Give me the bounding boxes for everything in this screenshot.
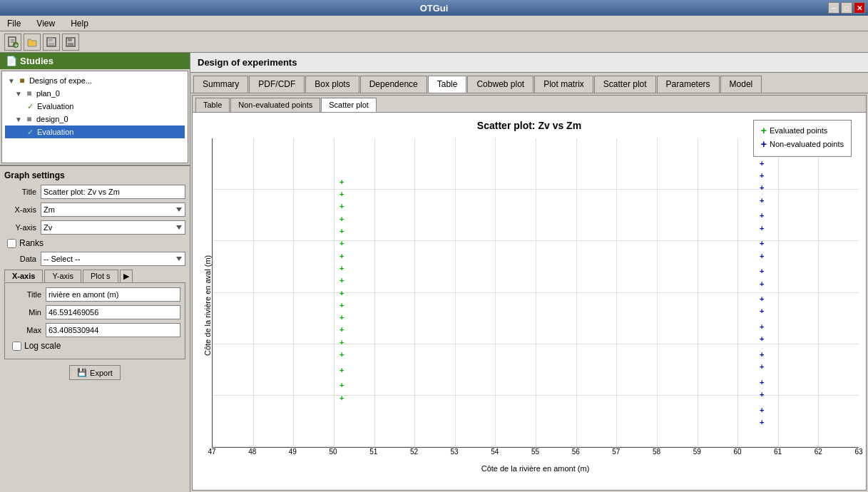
- scatter-point: +: [339, 381, 344, 389]
- ranks-checkbox[interactable]: [7, 239, 16, 248]
- studies-icon: 📄: [6, 56, 17, 66]
- data-label: Data: [4, 255, 36, 263]
- svg-rect-7: [48, 43, 54, 46]
- sub-tab-scatter[interactable]: Scatter plot: [321, 98, 377, 112]
- scatter-point: +: [760, 295, 764, 303]
- new-button[interactable]: +: [4, 34, 21, 51]
- gridline-v-7: [495, 138, 496, 447]
- scatter-point: +: [339, 277, 344, 285]
- yaxis-select[interactable]: Zv: [41, 220, 185, 235]
- minimize-button[interactable]: –: [828, 2, 839, 14]
- sub-tab-table[interactable]: Table: [195, 98, 230, 112]
- field-min-input[interactable]: [46, 305, 180, 319]
- scatter-point: +: [339, 252, 344, 260]
- tree-item-designs[interactable]: ▼ ■ Designs of expe...: [5, 74, 185, 87]
- open-button[interactable]: [24, 34, 41, 51]
- scatter-point: +: [760, 267, 764, 275]
- y-axis-label: Côte de la rivière en aval (m): [200, 138, 212, 473]
- sidebar: 📄 Studies ▼ ■ Designs of expe... ▼ ■ pla…: [0, 53, 190, 492]
- tab-pdfcdf[interactable]: PDF/CDF: [249, 76, 305, 93]
- eval-icon-0: ✓: [25, 101, 35, 111]
- scatter-point: +: [760, 224, 764, 232]
- xtick-47: 47: [208, 448, 215, 456]
- tab-table[interactable]: Table: [428, 76, 467, 93]
- scatter-point: +: [760, 307, 764, 315]
- yaxis-row: Y-axis Zv: [4, 220, 185, 235]
- save-as-button[interactable]: [43, 34, 60, 51]
- tab-scatterplot[interactable]: Scatter plot: [594, 76, 656, 93]
- eval-icon-1: ✓: [25, 127, 35, 137]
- scatter-point: +: [339, 240, 344, 247]
- menu-view[interactable]: View: [32, 18, 59, 29]
- svg-text:+: +: [14, 42, 18, 48]
- tree-item-eval0[interactable]: ✓ Evaluation: [5, 100, 185, 113]
- chart-container: Côte de la rivière en aval (m) 44 46 48 …: [200, 138, 859, 473]
- chart-inner: 44 46 48 50 52 54 56: [212, 138, 859, 473]
- legend-non-evaluated-label: Non-evaluated points: [770, 140, 844, 148]
- subtab-yaxis[interactable]: Y-axis: [44, 270, 81, 282]
- tab-dependence[interactable]: Dependence: [360, 76, 427, 93]
- tree-item-plan0[interactable]: ▼ ■ plan_0: [5, 87, 185, 100]
- tab-summary[interactable]: Summary: [193, 76, 248, 93]
- tab-model[interactable]: Model: [720, 76, 762, 93]
- gridline-v-11: [657, 138, 658, 447]
- gridline-v-2: [293, 138, 294, 447]
- log-scale-checkbox[interactable]: [12, 342, 21, 351]
- field-title-input[interactable]: [46, 287, 180, 302]
- x-axis-label: Côte de la rivière en amont (m): [212, 464, 859, 473]
- gridline-v-5: [414, 138, 415, 447]
- sidebar-header: 📄 Studies: [0, 53, 190, 69]
- xtick-58: 58: [653, 448, 660, 456]
- scatter-point: +: [339, 203, 344, 210]
- xtick-54: 54: [491, 448, 499, 456]
- tab-plotmatrix[interactable]: Plot matrix: [534, 76, 593, 93]
- scatter-point: +: [760, 184, 764, 192]
- chart-area: Scatter plot: Zv vs Zm Côte de la rivièr…: [193, 113, 866, 490]
- scatter-point: +: [760, 406, 764, 414]
- tab-parameters[interactable]: Parameters: [657, 76, 720, 93]
- xaxis-select[interactable]: Zm: [41, 203, 185, 217]
- xtick-62: 62: [815, 448, 822, 456]
- field-max-input[interactable]: [46, 323, 180, 337]
- xtick-61: 61: [774, 448, 782, 456]
- scatter-point: +: [339, 338, 344, 346]
- tab-cobweb[interactable]: Cobweb plot: [467, 76, 533, 93]
- sub-tab-non-eval[interactable]: Non-evaluated points: [230, 98, 320, 112]
- tree-item-eval1[interactable]: ✓ Evaluation: [5, 125, 185, 138]
- menu-help[interactable]: Help: [66, 18, 93, 29]
- scatter-point: +: [760, 351, 764, 359]
- tree-area[interactable]: ▼ ■ Designs of expe... ▼ ■ plan_0 ✓ Eval…: [1, 71, 188, 163]
- svg-rect-6: [48, 38, 53, 41]
- maximize-button[interactable]: □: [841, 2, 852, 14]
- subtab-xaxis[interactable]: X-axis: [4, 270, 43, 282]
- eval1-label: Evaluation: [37, 128, 73, 136]
- scatter-point: +: [760, 159, 764, 167]
- scatter-point: +: [339, 366, 344, 374]
- gridline-v-12: [698, 138, 698, 447]
- design0-label: design_0: [36, 115, 68, 123]
- scatter-point: +: [339, 215, 344, 222]
- save-button[interactable]: [62, 34, 79, 51]
- gridline-v-15: [818, 138, 819, 447]
- close-button[interactable]: ✕: [854, 2, 865, 14]
- scatter-point: +: [760, 391, 764, 399]
- eval0-label: Evaluation: [37, 102, 73, 111]
- data-select[interactable]: -- Select --: [41, 252, 185, 266]
- menu-file[interactable]: File: [3, 18, 25, 29]
- app-title: OTGui: [420, 3, 449, 14]
- scatter-point: +: [760, 363, 764, 371]
- titlebar: OTGui – □ ✕: [0, 0, 868, 16]
- gridline-v-1: [253, 138, 254, 447]
- scatter-point: +: [760, 252, 764, 260]
- title-input[interactable]: [41, 185, 185, 199]
- tree-item-design0[interactable]: ▼ ■ design_0: [5, 113, 185, 125]
- field-title-label: Title: [9, 290, 41, 299]
- field-min-row: Min: [9, 305, 180, 319]
- axis-subtabs: X-axis Y-axis Plot s ▶: [4, 270, 185, 282]
- export-button[interactable]: 💾 Export: [69, 365, 121, 380]
- subtab-plots[interactable]: Plot s: [83, 270, 118, 282]
- tab-boxplots[interactable]: Box plots: [305, 76, 359, 93]
- scatter-point: +: [339, 394, 344, 401]
- gridline-v-3: [334, 138, 335, 447]
- subtab-arrow[interactable]: ▶: [120, 270, 133, 282]
